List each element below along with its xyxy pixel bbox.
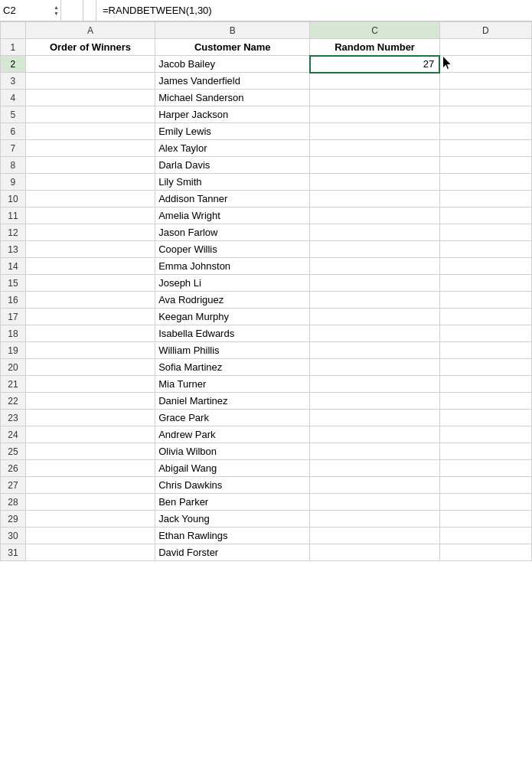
cell-b19[interactable]: William Phillis	[155, 342, 310, 359]
cell-c7[interactable]	[310, 140, 439, 157]
cell-a30[interactable]	[25, 528, 155, 544]
cell-d20[interactable]	[439, 359, 531, 376]
cell-d2[interactable]	[439, 56, 531, 73]
cell-d19[interactable]	[439, 342, 531, 359]
cell-a7[interactable]	[25, 140, 155, 157]
cell-c16[interactable]	[310, 292, 439, 309]
cell-d18[interactable]	[439, 325, 531, 342]
cell-d28[interactable]	[439, 494, 531, 511]
cell-c30[interactable]	[310, 528, 439, 544]
cell-c19[interactable]	[310, 342, 439, 359]
cell-b25[interactable]: Olivia Wilbon	[155, 443, 310, 460]
col-header-b[interactable]: B	[155, 22, 310, 39]
cell-a27[interactable]	[25, 477, 155, 494]
cell-b22[interactable]: Daniel Martinez	[155, 393, 310, 410]
cell-d25[interactable]	[439, 443, 531, 460]
cell-b21[interactable]: Mia Turner	[155, 376, 310, 393]
cell-reference-input[interactable]	[0, 0, 46, 21]
cell-a16[interactable]	[25, 292, 155, 309]
cell-d7[interactable]	[439, 140, 531, 157]
cell-c14[interactable]	[310, 258, 439, 275]
cell-c15[interactable]	[310, 275, 439, 292]
cell-a26[interactable]	[25, 460, 155, 477]
cell-d29[interactable]	[439, 511, 531, 528]
cell-b14[interactable]: Emma Johnston	[155, 258, 310, 275]
cell-c4[interactable]	[310, 90, 439, 106]
cell-a1[interactable]: Order of Winners	[25, 39, 155, 56]
cell-d13[interactable]	[439, 241, 531, 258]
cell-c6[interactable]	[310, 123, 439, 140]
cell-b4[interactable]: Michael Sanderson	[155, 90, 310, 106]
cell-a20[interactable]	[25, 359, 155, 376]
cell-b2[interactable]: Jacob Bailey	[155, 56, 310, 73]
cell-d16[interactable]	[439, 292, 531, 309]
cell-a3[interactable]	[25, 73, 155, 90]
cell-b26[interactable]: Abigail Wang	[155, 460, 310, 477]
cell-b11[interactable]: Amelia Wright	[155, 207, 310, 224]
cell-reference-box[interactable]: ▲ ▼	[0, 0, 61, 21]
cell-c8[interactable]	[310, 157, 439, 174]
cell-c29[interactable]	[310, 511, 439, 528]
cell-c28[interactable]	[310, 494, 439, 511]
cell-c1[interactable]: Random Number	[310, 39, 439, 56]
cell-a4[interactable]	[25, 90, 155, 106]
cell-a5[interactable]	[25, 106, 155, 123]
cell-a25[interactable]	[25, 443, 155, 460]
cell-a29[interactable]	[25, 511, 155, 528]
cell-a14[interactable]	[25, 258, 155, 275]
cell-a9[interactable]	[25, 174, 155, 191]
cell-d1[interactable]	[439, 39, 531, 56]
cell-b12[interactable]: Jason Farlow	[155, 224, 310, 241]
cell-a28[interactable]	[25, 494, 155, 511]
cell-d10[interactable]	[439, 191, 531, 207]
cell-b28[interactable]: Ben Parker	[155, 494, 310, 511]
col-header-a[interactable]: A	[25, 22, 155, 39]
cell-b3[interactable]: James Vanderfield	[155, 73, 310, 90]
cell-c23[interactable]	[310, 410, 439, 426]
cell-c21[interactable]	[310, 376, 439, 393]
col-header-c[interactable]: C	[310, 22, 439, 39]
cell-d3[interactable]	[439, 73, 531, 90]
cell-d24[interactable]	[439, 426, 531, 443]
cell-b16[interactable]: Ava Rodriguez	[155, 292, 310, 309]
cell-b10[interactable]: Addison Tanner	[155, 191, 310, 207]
cell-d21[interactable]	[439, 376, 531, 393]
cell-c24[interactable]	[310, 426, 439, 443]
cell-c18[interactable]	[310, 325, 439, 342]
cell-ref-dropdown[interactable]: ▲ ▼	[54, 5, 59, 17]
cell-b30[interactable]: Ethan Rawlings	[155, 528, 310, 544]
cell-b20[interactable]: Sofia Martinez	[155, 359, 310, 376]
cell-a22[interactable]	[25, 393, 155, 410]
cell-b24[interactable]: Andrew Park	[155, 426, 310, 443]
cell-c25[interactable]	[310, 443, 439, 460]
cell-b27[interactable]: Chris Dawkins	[155, 477, 310, 494]
cell-d6[interactable]	[439, 123, 531, 140]
cell-b31[interactable]: David Forster	[155, 544, 310, 561]
formula-input[interactable]	[96, 0, 532, 21]
cell-d9[interactable]	[439, 174, 531, 191]
cell-a2[interactable]	[25, 56, 155, 73]
cell-c3[interactable]	[310, 73, 439, 90]
cell-b15[interactable]: Joseph Li	[155, 275, 310, 292]
cell-d11[interactable]	[439, 207, 531, 224]
cell-d23[interactable]	[439, 410, 531, 426]
cell-c20[interactable]	[310, 359, 439, 376]
cell-d31[interactable]	[439, 544, 531, 561]
cell-c13[interactable]	[310, 241, 439, 258]
cell-a11[interactable]	[25, 207, 155, 224]
cell-b1[interactable]: Customer Name	[155, 39, 310, 56]
cell-a15[interactable]	[25, 275, 155, 292]
cell-d27[interactable]	[439, 477, 531, 494]
cell-c11[interactable]	[310, 207, 439, 224]
cell-b9[interactable]: Lily Smith	[155, 174, 310, 191]
cell-d26[interactable]	[439, 460, 531, 477]
cell-a18[interactable]	[25, 325, 155, 342]
cell-d5[interactable]	[439, 106, 531, 123]
cell-a6[interactable]	[25, 123, 155, 140]
cell-d30[interactable]	[439, 528, 531, 544]
cell-d22[interactable]	[439, 393, 531, 410]
cell-d12[interactable]	[439, 224, 531, 241]
cell-b5[interactable]: Harper Jackson	[155, 106, 310, 123]
cell-a19[interactable]	[25, 342, 155, 359]
cell-b29[interactable]: Jack Young	[155, 511, 310, 528]
